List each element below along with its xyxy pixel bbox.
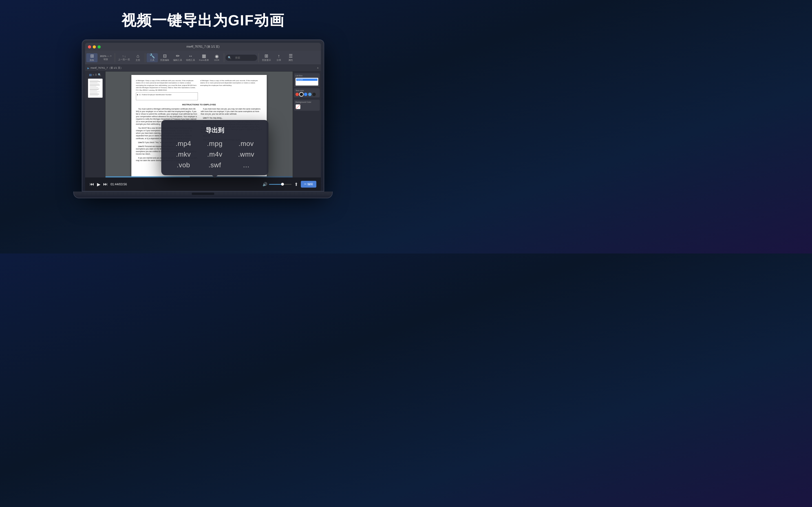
play-button[interactable]: ▶ xyxy=(97,182,100,187)
format-mkv[interactable]: .mkv xyxy=(169,151,198,158)
format-mp4[interactable]: .mp4 xyxy=(169,140,198,148)
volume-icon: 🔊 xyxy=(262,182,267,186)
volume-slider[interactable] xyxy=(269,184,292,185)
nav-label: 上一页/一页 xyxy=(118,58,130,61)
list-box-panel: List Box Sample xyxy=(294,73,320,87)
convert-icon: ↔ xyxy=(188,54,193,58)
export-button[interactable]: ⬆ xyxy=(294,182,298,187)
sep2 xyxy=(145,53,145,62)
format-m4v[interactable]: .m4v xyxy=(200,151,229,158)
edit-tools-icon: ✏ xyxy=(176,54,180,58)
time-display: 01:44/03:56 xyxy=(110,182,127,186)
toolbar-convert[interactable]: ↔ 转档工具 xyxy=(185,53,197,62)
format-wmv[interactable]: .wmv xyxy=(232,151,260,158)
color-blue[interactable] xyxy=(304,93,307,96)
toolbar-home[interactable]: ⌂ 主页 xyxy=(132,53,144,62)
properties-icon: ☰ xyxy=(289,54,293,58)
add-tab-button[interactable]: + xyxy=(317,66,319,69)
form-icon: ▦ xyxy=(202,54,206,58)
window-title: mw4f_76761_7 (第 1/1 页) xyxy=(186,45,219,49)
minimize-button[interactable] xyxy=(93,45,96,48)
pdf-instructions-heading: INSTRUCTIONS TO EMPLOYEE xyxy=(136,103,262,106)
format-mpg[interactable]: .mpg xyxy=(200,140,229,148)
toolbar-tools[interactable]: 🔧 工具 xyxy=(147,53,158,62)
color-red[interactable] xyxy=(296,93,299,96)
background-color-label: Background Color xyxy=(296,101,318,103)
page-edit-label: 页面编辑 xyxy=(160,59,169,62)
pdf-progress-fill xyxy=(105,176,190,177)
sep3 xyxy=(224,53,224,62)
text-view-btn[interactable]: A xyxy=(95,73,97,76)
toolbar-ocr[interactable]: ◉ OCR xyxy=(211,54,222,62)
toolbar-form[interactable]: ▦ Form表单 xyxy=(197,53,211,62)
text-color-panel: Text color xyxy=(294,88,320,98)
volume-thumb xyxy=(281,183,284,186)
color-swatches xyxy=(296,93,318,96)
edit-tools-label: 编辑工具 xyxy=(173,59,182,62)
panel-icon: ⊞ xyxy=(90,54,94,58)
pdf-scroll-progress xyxy=(105,176,293,177)
laptop-body: mw4f_76761_7 (第 1/1 页) ⊞ 面板 161% — + 缩放 xyxy=(82,40,324,191)
toolbar-properties[interactable]: ☰ 属性 xyxy=(285,53,296,62)
list-box-preview: Sample xyxy=(296,78,318,86)
export-popup-title: 导出到 xyxy=(169,126,260,135)
edit-button[interactable]: ✂ 编辑 xyxy=(301,181,316,187)
color-dark[interactable] xyxy=(312,93,316,96)
close-button[interactable] xyxy=(88,45,91,48)
sep1 xyxy=(115,53,115,62)
volume-fill xyxy=(269,184,283,185)
toolbar-nav[interactable]: ↑ ↓ 上一页/一页 xyxy=(116,54,132,62)
laptop-screen: mw4f_76761_7 (第 1/1 页) ⊞ 面板 161% — + 缩放 xyxy=(85,43,321,191)
toolbar-page-edit[interactable]: ⊟ 页面编辑 xyxy=(158,53,171,62)
export-popup: 导出到 .mp4 .mpg .mov .mkv .m4v .wmv .vob .… xyxy=(161,120,268,175)
color-light-blue[interactable] xyxy=(308,93,312,96)
rewind-button[interactable]: ⏮ xyxy=(90,182,94,187)
page-view-label: 页面显示 xyxy=(262,59,271,62)
toolbar-panel[interactable]: ⊞ 面板 xyxy=(86,53,98,62)
format-swf[interactable]: .swf xyxy=(200,161,229,169)
sample-item: Sample xyxy=(296,78,317,81)
home-label: 主页 xyxy=(136,59,140,62)
ocr-label: OCR xyxy=(214,59,219,61)
search-sidebar-btn[interactable]: 🔍 xyxy=(98,73,101,76)
share-label: 分享 xyxy=(276,59,281,62)
page-title: 视频一键导出为GIF动画 xyxy=(0,0,406,31)
tools-label: 工具 xyxy=(150,59,154,62)
list-view-btn[interactable]: ≡ xyxy=(93,73,94,76)
toolbar-share[interactable]: ↑ 分享 xyxy=(273,53,285,62)
format-more[interactable]: … xyxy=(232,161,260,169)
toolbar: ⊞ 面板 161% — + 缩放 ↑ ↓ xyxy=(85,51,321,65)
traffic-lights xyxy=(88,45,101,48)
zoom-label: 缩放 xyxy=(103,58,108,61)
bg-color-swatch[interactable] xyxy=(296,104,301,109)
toolbar-zoom[interactable]: 161% — + 缩放 xyxy=(98,54,113,61)
page-view-icon: ⊞ xyxy=(264,54,268,58)
format-mov[interactable]: .mov xyxy=(232,140,260,148)
home-icon: ⌂ xyxy=(137,54,139,58)
toolbar-edit-tools[interactable]: ✏ 编辑工具 xyxy=(171,53,184,62)
convert-label: 转档工具 xyxy=(186,59,195,62)
tabbar: ▶ mw4f_76761_7（第 1/1 页） + xyxy=(85,65,321,71)
color-black[interactable] xyxy=(300,93,303,96)
page-edit-icon: ⊟ xyxy=(163,54,167,58)
page-thumbnail-1[interactable] xyxy=(88,78,103,98)
laptop-mockup: mw4f_76761_7 (第 1/1 页) ⊞ 面板 161% — + 缩放 xyxy=(82,40,324,203)
tab-indicator: ▶ xyxy=(87,67,89,69)
volume-control: 🔊 xyxy=(262,182,292,186)
search-input[interactable] xyxy=(232,55,255,60)
format-grid: .mp4 .mpg .mov .mkv .m4v .wmv .vob .swf … xyxy=(169,140,260,169)
panel-label: 面板 xyxy=(90,59,94,62)
titlebar: mw4f_76761_7 (第 1/1 页) xyxy=(85,43,321,51)
list-box-label: List Box xyxy=(296,75,318,76)
fast-forward-button[interactable]: ⏭ xyxy=(103,182,108,187)
form-label: Form表单 xyxy=(199,59,209,62)
search-icon: 🔍 xyxy=(228,56,231,59)
share-icon: ↑ xyxy=(278,54,280,58)
search-bar[interactable]: 🔍 xyxy=(225,55,257,61)
toolbar-page-view[interactable]: ⊞ 页面显示 xyxy=(260,53,273,62)
format-vob[interactable]: .vob xyxy=(169,161,198,169)
popup-arrow xyxy=(212,175,218,178)
thumb-view-btn[interactable]: ▤ xyxy=(89,73,92,76)
maximize-button[interactable] xyxy=(98,45,101,48)
text-color-label: Text color xyxy=(296,90,318,92)
